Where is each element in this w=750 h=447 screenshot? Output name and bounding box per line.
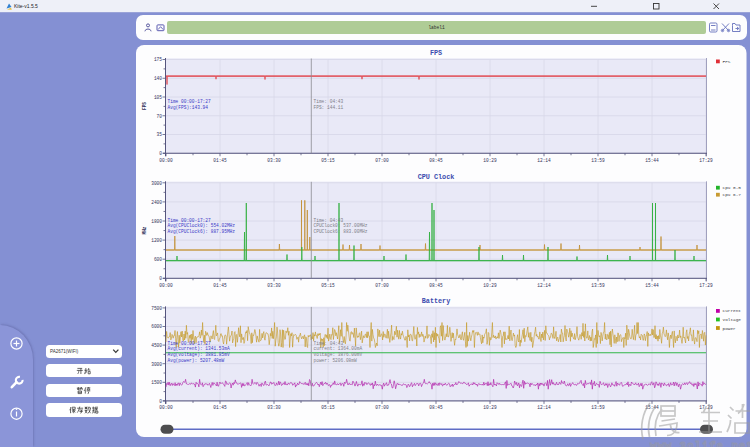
svg-text:www.3olife.net: www.3olife.net	[650, 440, 750, 447]
